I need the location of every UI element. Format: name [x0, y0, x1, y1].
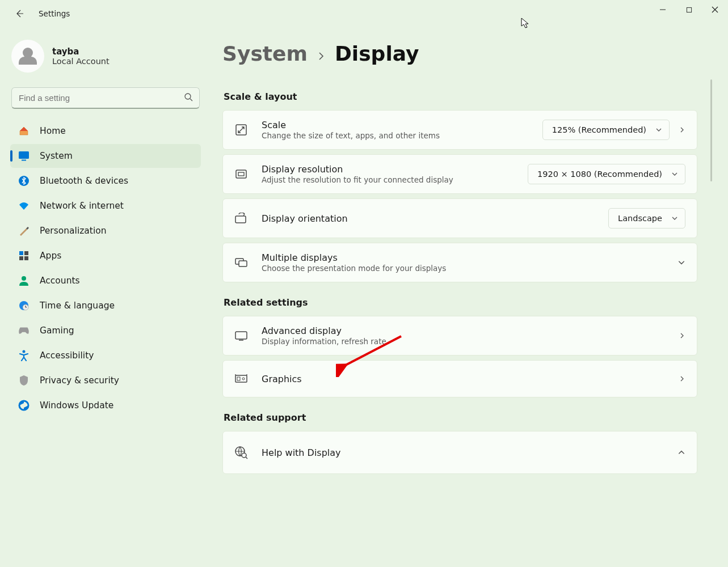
multiple-displays-icon	[234, 256, 248, 269]
sidebar-item-personalization[interactable]: Personalization	[10, 219, 201, 243]
gaming-icon	[18, 325, 30, 336]
breadcrumb-parent[interactable]: System	[222, 42, 308, 65]
update-icon	[18, 400, 30, 411]
setting-multiple-displays[interactable]: Multiple displays Choose the presentatio…	[222, 243, 697, 282]
sidebar-item-label: Windows Update	[40, 400, 113, 411]
account-icon	[18, 275, 30, 286]
sidebar-item-label: Accessibility	[40, 350, 94, 361]
display-icon	[234, 329, 248, 342]
svg-rect-15	[236, 170, 246, 178]
setting-title: Display resolution	[262, 164, 528, 175]
setting-sub: Adjust the resolution to fit your connec…	[262, 175, 528, 184]
sidebar-item-privacy[interactable]: Privacy & security	[10, 369, 201, 392]
sidebar-item-network[interactable]: Network & internet	[10, 194, 201, 218]
sidebar-item-label: Bluetooth & devices	[40, 176, 128, 186]
profile-name: tayba	[52, 46, 110, 57]
sidebar-item-label: System	[40, 151, 73, 161]
setting-sub: Change the size of text, apps, and other…	[262, 131, 542, 140]
chevron-down-icon[interactable]	[677, 259, 685, 266]
section-related-support-title: Related support	[224, 412, 697, 423]
search-icon[interactable]	[184, 92, 193, 104]
svg-point-12	[23, 350, 26, 353]
privacy-icon	[18, 375, 30, 386]
resolution-dropdown[interactable]: 1920 × 1080 (Recommended)	[528, 164, 685, 184]
globe-search-icon	[234, 446, 248, 459]
chevron-right-icon	[318, 51, 325, 63]
sidebar-item-accessibility[interactable]: Accessibility	[10, 344, 201, 367]
maximize-button[interactable]	[676, 0, 702, 19]
search-box	[11, 87, 200, 109]
sidebar-item-label: Time & language	[40, 301, 115, 311]
user-profile[interactable]: tayba Local Account	[10, 37, 201, 83]
back-button[interactable]	[11, 6, 27, 22]
svg-point-9	[22, 276, 26, 281]
setting-resolution[interactable]: Display resolution Adjust the resolution…	[222, 154, 697, 194]
chevron-down-icon	[671, 215, 678, 222]
svg-rect-6	[24, 251, 28, 255]
scrollbar[interactable]	[710, 79, 712, 181]
setting-advanced-display[interactable]: Advanced display Display information, re…	[222, 316, 697, 356]
avatar	[11, 40, 44, 73]
wifi-icon	[18, 200, 30, 211]
resolution-icon	[234, 167, 248, 181]
scale-dropdown[interactable]: 125% (Recommended)	[542, 120, 670, 140]
svg-rect-20	[235, 332, 247, 339]
system-icon	[18, 150, 30, 162]
sidebar-item-system[interactable]: System	[10, 144, 201, 168]
sidebar-item-apps[interactable]: Apps	[10, 244, 201, 268]
svg-point-25	[242, 453, 246, 458]
accessibility-icon	[18, 350, 30, 361]
search-input[interactable]	[11, 87, 200, 109]
graphics-icon	[234, 372, 248, 386]
setting-title: Help with Display	[262, 447, 677, 458]
chevron-right-icon[interactable]	[679, 375, 685, 382]
orientation-dropdown[interactable]: Landscape	[608, 208, 685, 229]
minimize-button[interactable]	[650, 0, 676, 19]
chevron-up-icon[interactable]	[677, 448, 685, 456]
sidebar-item-label: Privacy & security	[40, 375, 119, 386]
setting-title: Scale	[262, 120, 542, 130]
apps-icon	[18, 250, 30, 261]
sidebar-item-label: Apps	[40, 251, 61, 261]
profile-sub: Local Account	[52, 57, 110, 66]
bluetooth-icon	[18, 175, 30, 187]
sidebar-item-home[interactable]: Home	[10, 119, 201, 143]
chevron-right-icon[interactable]	[679, 126, 685, 133]
setting-help-display[interactable]: Help with Display	[222, 431, 697, 474]
close-button[interactable]	[702, 0, 728, 19]
chevron-right-icon[interactable]	[679, 332, 685, 339]
setting-orientation[interactable]: Display orientation Landscape	[222, 198, 697, 238]
svg-rect-22	[237, 377, 240, 380]
svg-rect-7	[19, 256, 23, 260]
sidebar-item-label: Accounts	[40, 276, 80, 286]
window-controls	[650, 0, 728, 19]
sidebar-item-label: Home	[40, 126, 66, 136]
setting-title: Multiple displays	[262, 252, 677, 263]
setting-scale[interactable]: Scale Change the size of text, apps, and…	[222, 110, 697, 150]
app-title: Settings	[39, 9, 70, 18]
sidebar-item-bluetooth[interactable]: Bluetooth & devices	[10, 169, 201, 193]
sidebar-item-time[interactable]: Time & language	[10, 294, 201, 318]
sidebar-item-gaming[interactable]: Gaming	[10, 319, 201, 342]
setting-title: Display orientation	[262, 213, 608, 224]
sidebar-item-label: Gaming	[40, 325, 74, 336]
orientation-icon	[234, 211, 248, 225]
sidebar: tayba Local Account Home System Bluetoot…	[0, 27, 209, 567]
setting-graphics[interactable]: Graphics	[222, 360, 697, 397]
svg-point-23	[242, 378, 245, 380]
svg-rect-2	[19, 151, 29, 159]
sidebar-item-accounts[interactable]: Accounts	[10, 269, 201, 293]
home-icon	[18, 125, 30, 137]
svg-point-1	[185, 94, 191, 99]
brush-icon	[18, 225, 30, 236]
main-content: System Display Scale & layout Scale Chan…	[209, 27, 728, 567]
section-related-settings-title: Related settings	[224, 297, 697, 308]
svg-rect-8	[24, 256, 28, 260]
svg-rect-19	[239, 261, 247, 266]
back-arrow-icon	[15, 9, 24, 18]
sidebar-item-update[interactable]: Windows Update	[10, 393, 201, 417]
nav-list: Home System Bluetooth & devices Network …	[10, 119, 201, 417]
setting-title: Graphics	[262, 374, 679, 384]
svg-rect-0	[687, 7, 691, 12]
setting-sub: Choose the presentation mode for your di…	[262, 264, 677, 273]
